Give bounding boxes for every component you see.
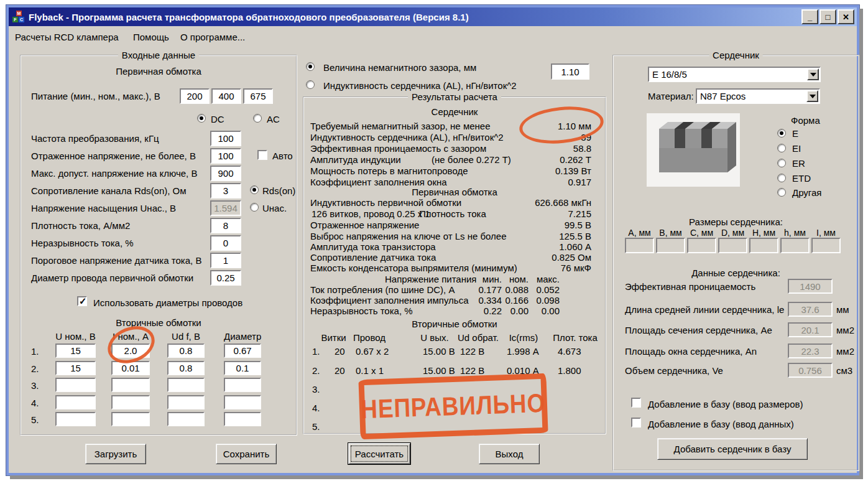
size-b-field[interactable] — [656, 238, 685, 253]
size-c-field[interactable] — [687, 238, 716, 253]
sec2-inom-field[interactable]: 0.01 — [111, 361, 150, 375]
supply-nom-field[interactable]: 400 — [211, 88, 241, 104]
supply-max-field[interactable]: 675 — [243, 88, 273, 104]
size-d-field[interactable] — [718, 238, 747, 253]
shape-other-radio[interactable] — [777, 188, 786, 197]
sec4-inom-field[interactable] — [111, 395, 150, 409]
shape-other-label: Другая — [792, 187, 821, 198]
shape-etd-radio[interactable] — [777, 174, 786, 182]
sec2-udf-field[interactable]: 0.8 — [167, 361, 205, 375]
add-core-button[interactable]: Добавить сердечник в базу — [657, 438, 808, 460]
sec1-unom-field[interactable]: 15 — [55, 343, 96, 358]
shape-er-radio[interactable] — [777, 159, 786, 167]
sec5-diam-field[interactable] — [224, 412, 261, 426]
core-photo — [647, 113, 740, 187]
sec5-unom-field[interactable] — [55, 412, 96, 426]
add-sizes-checkbox[interactable] — [631, 398, 641, 408]
size-h-field[interactable] — [749, 238, 778, 253]
sense-threshold-label: Пороговое напряжение датчика тока, В — [31, 255, 201, 266]
result-label: Мощность потерь в магнитопроводе — [310, 166, 468, 176]
primary-wire-diameter-field[interactable]: 0.25 — [210, 270, 241, 286]
al-radio[interactable] — [306, 80, 315, 89]
material-select[interactable]: N87 Epcos — [696, 88, 820, 104]
calculate-button[interactable]: Рассчитать — [348, 443, 410, 464]
sec-ud: 122 В — [460, 346, 484, 357]
sec4-diam-field[interactable] — [224, 395, 261, 409]
reflected-voltage-field[interactable]: 100 — [210, 148, 241, 164]
core-select[interactable]: E 16/8/5 — [648, 67, 821, 82]
current-density-field[interactable]: 8 — [210, 218, 241, 233]
current-continuity-label: Неразрывность тока, % — [31, 238, 134, 248]
sec-density: 1.800 — [558, 365, 581, 376]
current-continuity-field[interactable]: 0 — [210, 235, 241, 251]
menu-rcd-clamper[interactable]: Расчеты RCD клампера — [15, 32, 119, 42]
size-header: C, мм — [687, 228, 716, 238]
sec2-diam-field[interactable]: 0.1 — [224, 361, 261, 375]
sense-threshold-field[interactable]: 1 — [210, 253, 241, 268]
sec4-unom-field[interactable] — [55, 395, 96, 409]
load-button[interactable]: Загрузить — [85, 444, 146, 464]
material-select-arrow-button[interactable] — [806, 90, 818, 102]
sec3-inom-field[interactable] — [111, 378, 150, 392]
maximize-icon: □ — [826, 12, 831, 22]
supply-col-max: макс. — [520, 274, 560, 284]
auto-checkbox[interactable] — [257, 150, 267, 160]
menu-about[interactable]: О программе... — [180, 32, 245, 42]
use-wire-diameters-checkbox[interactable] — [77, 296, 87, 306]
menu-help[interactable]: Помощь — [133, 32, 169, 42]
sec2-unom-field[interactable]: 15 — [55, 361, 96, 375]
sec-row-number: 2. — [31, 363, 39, 374]
shape-ei-radio[interactable] — [777, 144, 786, 152]
close-button[interactable]: ✕ — [838, 9, 854, 24]
results-secondary-section: Вторичные обмотки — [304, 319, 605, 329]
sec5-inom-field[interactable] — [111, 412, 150, 426]
app-window: M F C Flyback - Программа расчета трансф… — [6, 5, 859, 475]
save-button[interactable]: Сохранить — [216, 444, 277, 464]
sec-header: Плот. тока — [553, 332, 598, 343]
unas-radio[interactable] — [250, 203, 259, 212]
gap-size-radio[interactable] — [306, 62, 315, 71]
sec-row-number: 5. — [31, 414, 39, 425]
core-volume-field: 0.756 — [788, 363, 833, 378]
shape-e-radio[interactable] — [777, 129, 786, 138]
minimize-button[interactable]: _ — [801, 9, 818, 24]
frequency-field[interactable]: 100 — [210, 131, 241, 146]
sec-row-number: 4. — [31, 398, 39, 408]
max-switch-voltage-field[interactable]: 900 — [210, 166, 241, 181]
gap-value-field[interactable]: 1.10 — [551, 63, 589, 80]
rds-field[interactable]: 3 — [210, 183, 241, 199]
supply-min-field[interactable]: 200 — [180, 88, 210, 104]
sec1-diam-field[interactable]: 0.67 — [224, 343, 261, 358]
core-sizes-title: Размеры сердечника: — [614, 217, 858, 227]
exit-button[interactable]: Выход — [479, 444, 540, 464]
dc-radio[interactable] — [197, 114, 206, 123]
sec5-udf-field[interactable] — [167, 412, 205, 426]
sec3-udf-field[interactable] — [167, 378, 205, 392]
size-a-field[interactable] — [625, 238, 654, 253]
sec3-diam-field[interactable] — [224, 378, 261, 392]
core-select-arrow-button[interactable] — [807, 68, 819, 80]
size-h2-field[interactable] — [780, 238, 810, 253]
sec1-udf-field[interactable]: 0.8 — [167, 343, 205, 358]
sec3-unom-field[interactable] — [55, 378, 96, 392]
title-bar[interactable]: M F C Flyback - Программа расчета трансф… — [9, 7, 857, 26]
sec1-inom-field[interactable]: 2.0 — [111, 343, 150, 358]
sec4-udf-field[interactable] — [167, 395, 205, 409]
rds-label: Сопротивление канала Rds(on), Ом — [31, 185, 187, 196]
result-value: 0.052 — [520, 284, 560, 295]
rds-radio-label: Rds(on) — [262, 185, 295, 196]
add-sizes-label: Добавление в базу (ввод размеров) — [648, 399, 803, 409]
results-core-section: Сердечник — [304, 106, 605, 117]
result-label: Выброс напряжения на ключе от Ls не боле… — [310, 231, 507, 241]
primary-winding-title: Первичная обмотка — [21, 66, 296, 77]
rds-radio[interactable] — [250, 185, 259, 194]
chevron-down-icon — [810, 73, 816, 77]
size-i-field[interactable] — [811, 238, 841, 253]
add-data-checkbox[interactable] — [631, 418, 641, 428]
sec-uout: 15.00 В — [423, 346, 455, 357]
secondary-windings-title: Вторичные обмотки — [21, 317, 296, 328]
maximize-button[interactable]: □ — [820, 9, 836, 24]
core-data-label: Эффективная проницаемость — [625, 281, 755, 292]
effective-permeability-field: 1490 — [788, 279, 833, 294]
ac-radio[interactable] — [253, 114, 262, 123]
